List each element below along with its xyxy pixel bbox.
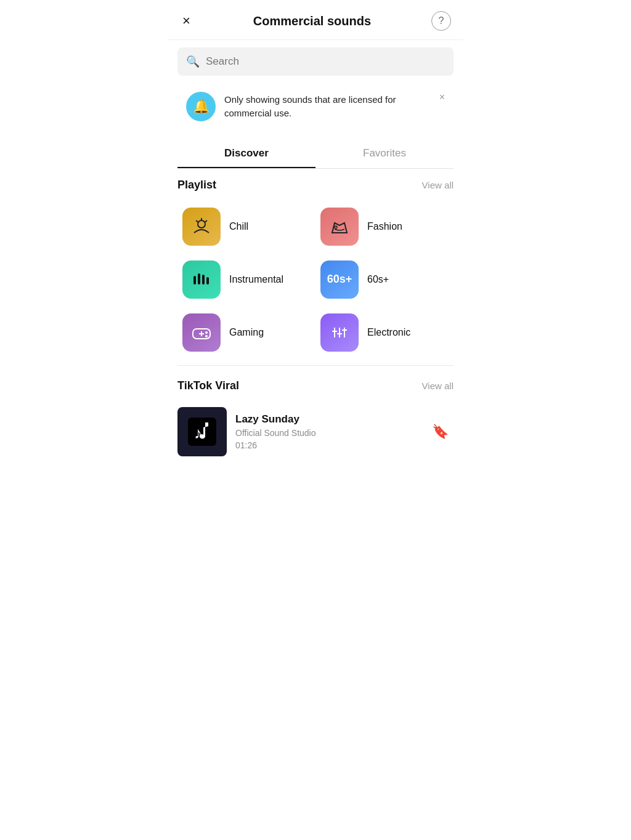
song-thumbnail: ♪	[177, 407, 227, 456]
playlist-view-all-button[interactable]: View all	[422, 180, 454, 190]
playlist-name-chill: Chill	[229, 221, 248, 232]
tab-discover[interactable]: Discover	[177, 140, 316, 168]
svg-rect-7	[202, 275, 205, 285]
help-button[interactable]: ?	[431, 11, 451, 31]
header: × Commercial sounds ?	[168, 0, 463, 40]
svg-line-3	[196, 220, 198, 222]
playlist-grid: Chill Fashion I	[177, 200, 454, 359]
playlist-item-instrumental[interactable]: Instrumental	[177, 253, 316, 306]
playlist-section: Playlist View all Chill	[168, 169, 463, 359]
song-title: Lazy Sunday	[235, 413, 418, 426]
svg-rect-20	[188, 418, 216, 446]
notice-banner: 🔔 Only showing sounds that are licensed …	[177, 83, 454, 130]
tab-favorites[interactable]: Favorites	[316, 140, 454, 168]
svg-point-13	[205, 335, 208, 337]
section-divider	[177, 365, 454, 366]
playlist-name-gaming: Gaming	[229, 327, 264, 338]
playlist-60s-text: 60s+	[327, 273, 352, 286]
playlist-name-60s: 60s+	[367, 274, 389, 285]
search-icon: 🔍	[186, 55, 200, 68]
song-duration: 01:26	[235, 440, 418, 450]
search-bar: 🔍	[177, 47, 454, 76]
viral-section-title: TikTok Viral	[177, 379, 239, 392]
playlist-thumb-60s: 60s+	[320, 260, 359, 299]
playlist-item-electronic[interactable]: Electronic	[316, 306, 454, 359]
playlist-name-instrumental: Instrumental	[229, 274, 283, 285]
svg-point-12	[205, 331, 208, 334]
playlist-thumb-electronic	[320, 313, 359, 352]
playlist-item-fashion[interactable]: Fashion	[316, 200, 454, 253]
song-info: Lazy Sunday Official Sound Studio 01:26	[235, 413, 418, 450]
svg-point-4	[335, 226, 337, 228]
svg-line-2	[205, 220, 207, 222]
viral-section-header: TikTok Viral View all	[177, 379, 454, 392]
playlist-item-gaming[interactable]: Gaming	[177, 306, 316, 359]
page-title: Commercial sounds	[253, 14, 371, 28]
notice-close-button[interactable]: ×	[437, 89, 447, 105]
playlist-thumb-chill	[182, 208, 221, 246]
playlist-item-60s[interactable]: 60s+ 60s+	[316, 253, 454, 306]
tabs-container: Discover Favorites	[177, 140, 454, 169]
close-button[interactable]: ×	[180, 12, 193, 30]
svg-point-0	[198, 220, 205, 228]
bookmark-button[interactable]: 🔖	[427, 419, 454, 445]
song-item-lazy-sunday[interactable]: ♪ Lazy Sunday Official Sound Studio 01:2…	[177, 401, 454, 462]
tiktok-logo-icon: ♪	[188, 418, 216, 446]
svg-rect-5	[193, 276, 196, 285]
notice-icon: 🔔	[186, 92, 216, 121]
search-input[interactable]	[206, 55, 445, 68]
viral-section: TikTok Viral View all ♪ Lazy Sunday Offi…	[168, 372, 463, 462]
svg-rect-8	[206, 277, 209, 285]
viral-view-all-button[interactable]: View all	[422, 381, 454, 391]
playlist-item-chill[interactable]: Chill	[177, 200, 316, 253]
svg-text:♪: ♪	[194, 424, 202, 442]
playlist-thumb-gaming	[182, 313, 221, 352]
playlist-name-fashion: Fashion	[367, 221, 402, 232]
playlist-section-header: Playlist View all	[177, 179, 454, 192]
notice-text: Only showing sounds that are licensed fo…	[224, 93, 445, 121]
playlist-thumb-instrumental	[182, 260, 221, 299]
playlist-name-electronic: Electronic	[367, 327, 410, 338]
svg-rect-6	[198, 273, 200, 285]
song-artist: Official Sound Studio	[235, 428, 418, 438]
playlist-thumb-fashion	[320, 208, 359, 246]
playlist-section-title: Playlist	[177, 179, 216, 192]
